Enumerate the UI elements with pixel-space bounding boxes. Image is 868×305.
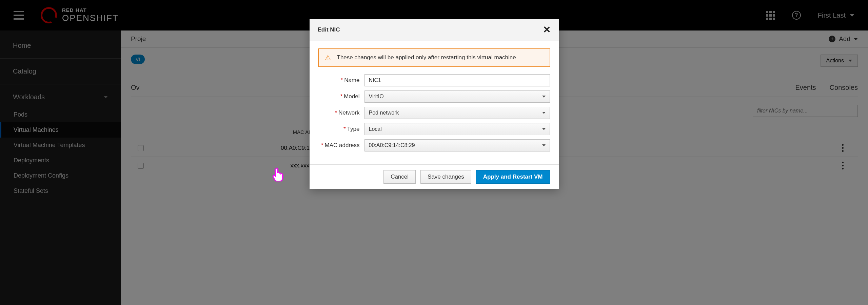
mac-value: 00:A0:C9:14:C8:29 — [369, 142, 415, 148]
mac-select[interactable]: 00:A0:C9:14:C8:29 — [364, 139, 550, 151]
chevron-down-icon — [542, 128, 546, 130]
modal-header: Edit NIC ✕ — [310, 19, 559, 41]
model-select[interactable]: ViritIO — [364, 90, 550, 103]
type-value: Local — [369, 126, 382, 132]
edit-nic-modal: Edit NIC ✕ ⚠ These changes will be appli… — [310, 19, 559, 189]
modal-overlay: Edit NIC ✕ ⚠ These changes will be appli… — [0, 0, 868, 305]
close-icon[interactable]: ✕ — [543, 25, 551, 35]
label-mac: MAC address — [325, 142, 360, 148]
modal-footer: Cancel Save changes Apply and Restart VM — [310, 164, 559, 189]
network-select[interactable]: Pod network — [364, 107, 550, 119]
chevron-down-icon — [542, 112, 546, 114]
label-network: Network — [338, 109, 359, 116]
save-changes-button[interactable]: Save changes — [420, 170, 471, 184]
restart-warning-alert: ⚠ These changes will be applied only aft… — [318, 48, 550, 67]
warning-triangle-icon: ⚠ — [325, 54, 331, 62]
chevron-down-icon — [542, 144, 546, 146]
label-model: Model — [344, 93, 359, 100]
apply-restart-button[interactable]: Apply and Restart VM — [476, 170, 550, 184]
cancel-button[interactable]: Cancel — [383, 170, 416, 184]
chevron-down-icon — [542, 96, 546, 98]
model-value: ViritIO — [369, 94, 384, 100]
label-name: Name — [344, 77, 359, 83]
modal-title: Edit NIC — [318, 26, 340, 33]
network-value: Pod network — [369, 110, 399, 116]
label-type: Type — [347, 126, 360, 132]
type-select[interactable]: Local — [364, 123, 550, 135]
warning-text: These changes will be applied only after… — [337, 54, 516, 61]
name-input[interactable] — [364, 74, 550, 86]
